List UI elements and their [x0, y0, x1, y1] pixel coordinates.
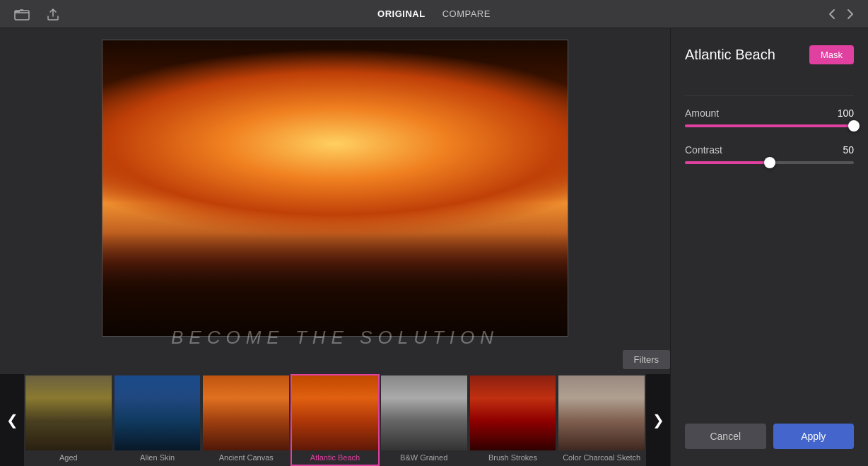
filter-label-atlantic-beach: Atlantic Beach: [292, 450, 378, 465]
share-icon-button[interactable]: [44, 4, 62, 24]
filters-bar: Filters ❮ Aged Alien Skin: [0, 374, 670, 466]
next-nav-button[interactable]: [844, 6, 857, 23]
main-image-container: [102, 40, 568, 337]
original-tab[interactable]: ORIGINAL: [377, 8, 426, 19]
filter-item-brush-strokes[interactable]: Brush Strokes: [469, 374, 558, 466]
top-bar-left: [11, 4, 62, 24]
top-bar-right: [826, 6, 857, 23]
filter-label-bw-grained: B&W Grained: [381, 450, 467, 465]
top-bar-center: ORIGINAL COMPARE: [377, 8, 491, 19]
right-panel: Atlantic Beach Mask Amount 100 Contrast …: [670, 28, 868, 466]
contrast-slider-track[interactable]: [685, 161, 854, 164]
contrast-slider-thumb[interactable]: [764, 157, 775, 168]
main-image: [102, 40, 568, 336]
filter-next-button[interactable]: ❯: [646, 374, 670, 466]
filter-prev-button[interactable]: ❮: [0, 374, 24, 466]
contrast-slider-row: Contrast 50: [685, 144, 854, 156]
chevron-right-icon: ❯: [652, 412, 664, 429]
filter-scroll: ❮ Aged Alien Skin: [0, 374, 670, 466]
amount-value: 100: [838, 107, 854, 119]
filter-label-alien-skin: Alien Skin: [115, 450, 201, 465]
panel-header: Atlantic Beach Mask: [685, 45, 854, 64]
filter-item-atlantic-beach[interactable]: Atlantic Beach: [291, 374, 380, 466]
filters-toggle-button[interactable]: Filters: [623, 350, 670, 369]
amount-slider-row: Amount 100: [685, 107, 854, 119]
amount-slider-section: Amount 100: [685, 107, 854, 127]
filter-item-ancient-canvas[interactable]: Ancient Canvas: [201, 374, 291, 466]
filter-thumb-ancient-canvas: [203, 375, 289, 450]
filter-thumb-atlantic-beach: [292, 375, 378, 450]
amount-label: Amount: [685, 107, 719, 119]
chevron-left-icon: ❮: [6, 412, 18, 429]
prev-nav-button[interactable]: [826, 6, 838, 23]
panel-buttons: Cancel Apply: [685, 395, 854, 449]
contrast-value: 50: [843, 144, 854, 156]
filter-item-aged[interactable]: Aged: [24, 374, 113, 466]
mask-button[interactable]: Mask: [809, 45, 854, 64]
image-area: Become The Solution Filters ❮ Aged: [0, 28, 670, 466]
contrast-slider-fill: [685, 161, 770, 164]
amount-slider-thumb[interactable]: [848, 120, 860, 132]
filter-thumb-bw-grained: [381, 375, 467, 450]
filter-label-color-charcoal: Color Charcoal Sketch: [558, 450, 645, 465]
filter-items-list: Aged Alien Skin Ancient Canvas: [24, 374, 646, 466]
filter-label-aged: Aged: [25, 450, 112, 465]
compare-tab[interactable]: COMPARE: [442, 8, 491, 19]
filter-label-ancient-canvas: Ancient Canvas: [203, 450, 289, 465]
file-icon-button[interactable]: [11, 5, 33, 23]
filter-label-brush-strokes: Brush Strokes: [470, 450, 556, 465]
panel-divider-1: [685, 95, 854, 96]
cancel-button[interactable]: Cancel: [685, 424, 766, 449]
main-content: Become The Solution Filters ❮ Aged: [0, 28, 868, 466]
apply-button[interactable]: Apply: [773, 424, 855, 449]
filter-thumb-alien-skin: [115, 375, 201, 450]
filter-item-alien-skin[interactable]: Alien Skin: [113, 374, 202, 466]
amount-slider-track[interactable]: [685, 124, 854, 127]
contrast-label: Contrast: [685, 144, 722, 156]
filter-item-color-charcoal[interactable]: Color Charcoal Sketch: [557, 374, 646, 466]
filter-thumb-brush-strokes: [470, 375, 556, 450]
top-bar: ORIGINAL COMPARE: [0, 0, 868, 28]
contrast-slider-section: Contrast 50: [685, 144, 854, 164]
filter-item-bw-grained[interactable]: B&W Grained: [380, 374, 469, 466]
filter-thumb-color-charcoal: [558, 375, 645, 450]
panel-title: Atlantic Beach: [685, 47, 775, 63]
filter-thumb-aged: [25, 375, 112, 450]
amount-slider-fill: [685, 124, 854, 127]
